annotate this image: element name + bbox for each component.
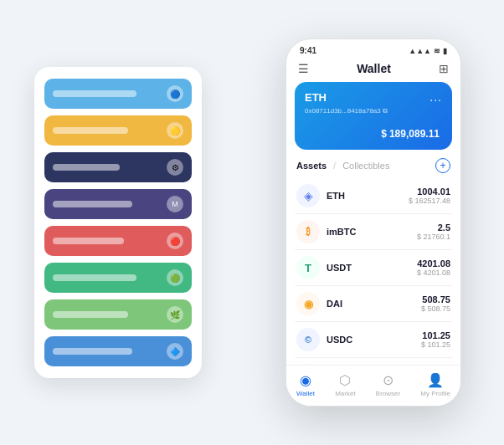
asset-values-usdt: 4201.08 $ 4201.08 bbox=[417, 258, 450, 277]
asset-name-usdc: USDC bbox=[327, 335, 421, 345]
market-nav-icon: ⬡ bbox=[339, 372, 351, 388]
asset-item-dai[interactable]: ◉ DAI 508.75 $ 508.75 bbox=[295, 286, 452, 322]
dai-icon: ◉ bbox=[296, 292, 320, 315]
scene: 🔵 🟡 ⚙ M 🔴 🟢 🌿 🔷 bbox=[18, 13, 486, 432]
imbtc-icon: ₿ bbox=[296, 220, 320, 243]
eth-card-menu[interactable]: ... bbox=[429, 90, 442, 104]
wifi-icon: ≋ bbox=[434, 47, 440, 55]
asset-item-tft[interactable]: 🌿 TFT 13 0 bbox=[295, 358, 452, 365]
nav-profile[interactable]: 👤 My Profile bbox=[420, 372, 450, 397]
eth-card-balance: $189,089.11 bbox=[305, 122, 442, 141]
asset-item-usdc[interactable]: © USDC 101.25 $ 101.25 bbox=[295, 322, 452, 358]
phone-frame: 9:41 ▲▲▲ ≋ ▮ ☰ Wallet ⊞ ETH ... 0x08711d… bbox=[285, 38, 461, 407]
status-time: 9:41 bbox=[300, 46, 316, 55]
eth-card-name: ETH bbox=[305, 91, 327, 104]
wallet-nav-icon: ◉ bbox=[300, 372, 311, 388]
menu-icon[interactable]: ☰ bbox=[298, 62, 309, 75]
battery-icon: ▮ bbox=[443, 47, 447, 55]
eth-card-header: ETH ... bbox=[305, 90, 442, 104]
scan-icon[interactable]: ⊞ bbox=[439, 62, 449, 75]
nav-market-label: Market bbox=[335, 390, 355, 397]
list-item[interactable]: 🔵 bbox=[44, 79, 192, 109]
list-item[interactable]: M bbox=[44, 189, 192, 219]
usdc-icon: © bbox=[296, 328, 320, 351]
status-bar: 9:41 ▲▲▲ ≋ ▮ bbox=[286, 39, 460, 59]
copy-icon[interactable]: ⧉ bbox=[383, 107, 388, 115]
asset-item-usdt[interactable]: T USDT 4201.08 $ 4201.08 bbox=[295, 250, 452, 286]
assets-tabs: Assets / Collectibles bbox=[296, 161, 389, 171]
nav-browser[interactable]: ⊙ Browser bbox=[376, 372, 400, 397]
list-item[interactable]: 🔴 bbox=[44, 226, 192, 256]
assets-header: Assets / Collectibles + bbox=[286, 158, 460, 178]
list-item[interactable]: 🟡 bbox=[44, 115, 192, 146]
eth-card[interactable]: ETH ... 0x08711d3b...8418a78a3 ⧉ $189,08… bbox=[295, 82, 452, 150]
nav-browser-label: Browser bbox=[376, 390, 400, 397]
eth-icon: ◈ bbox=[296, 184, 320, 207]
card-stack: 🔵 🟡 ⚙ M 🔴 🟢 🌿 🔷 bbox=[34, 67, 202, 378]
list-item[interactable]: ⚙ bbox=[44, 152, 192, 182]
asset-name-imbtc: imBTC bbox=[327, 227, 417, 237]
asset-name-dai: DAI bbox=[327, 299, 421, 309]
signal-icon: ▲▲▲ bbox=[409, 47, 431, 55]
status-icons: ▲▲▲ ≋ ▮ bbox=[409, 47, 447, 55]
nav-profile-label: My Profile bbox=[420, 390, 450, 397]
asset-values-eth: 1004.01 $ 162517.48 bbox=[409, 187, 450, 205]
tab-assets[interactable]: Assets bbox=[296, 161, 327, 171]
tab-divider: / bbox=[333, 161, 336, 171]
list-item[interactable]: 🌿 bbox=[44, 299, 192, 330]
browser-nav-icon: ⊙ bbox=[383, 372, 393, 388]
asset-item-imbtc[interactable]: ₿ imBTC 2.5 $ 21760.1 bbox=[295, 214, 452, 250]
asset-values-usdc: 101.25 $ 101.25 bbox=[421, 330, 450, 349]
eth-card-address: 0x08711d3b...8418a78a3 ⧉ bbox=[305, 107, 442, 115]
asset-values-imbtc: 2.5 $ 21760.1 bbox=[417, 222, 450, 241]
tab-collectibles[interactable]: Collectibles bbox=[342, 161, 389, 171]
profile-nav-icon: 👤 bbox=[427, 372, 444, 388]
nav-wallet-label: Wallet bbox=[296, 390, 315, 397]
asset-item-eth[interactable]: ◈ ETH 1004.01 $ 162517.48 bbox=[295, 178, 452, 214]
asset-values-dai: 508.75 $ 508.75 bbox=[421, 294, 450, 313]
phone-header: ☰ Wallet ⊞ bbox=[286, 59, 460, 82]
list-item[interactable]: 🟢 bbox=[44, 263, 192, 293]
bottom-nav: ◉ Wallet ⬡ Market ⊙ Browser 👤 My Profile bbox=[286, 365, 460, 406]
asset-list: ◈ ETH 1004.01 $ 162517.48 ₿ imBTC 2.5 $ … bbox=[286, 178, 460, 365]
page-title: Wallet bbox=[357, 62, 391, 75]
list-item[interactable]: 🔷 bbox=[44, 336, 192, 366]
nav-market[interactable]: ⬡ Market bbox=[335, 372, 355, 397]
usdt-icon: T bbox=[296, 256, 320, 279]
add-asset-button[interactable]: + bbox=[435, 158, 450, 173]
asset-name-usdt: USDT bbox=[327, 263, 417, 273]
asset-name-eth: ETH bbox=[327, 191, 409, 201]
nav-wallet[interactable]: ◉ Wallet bbox=[296, 372, 315, 397]
